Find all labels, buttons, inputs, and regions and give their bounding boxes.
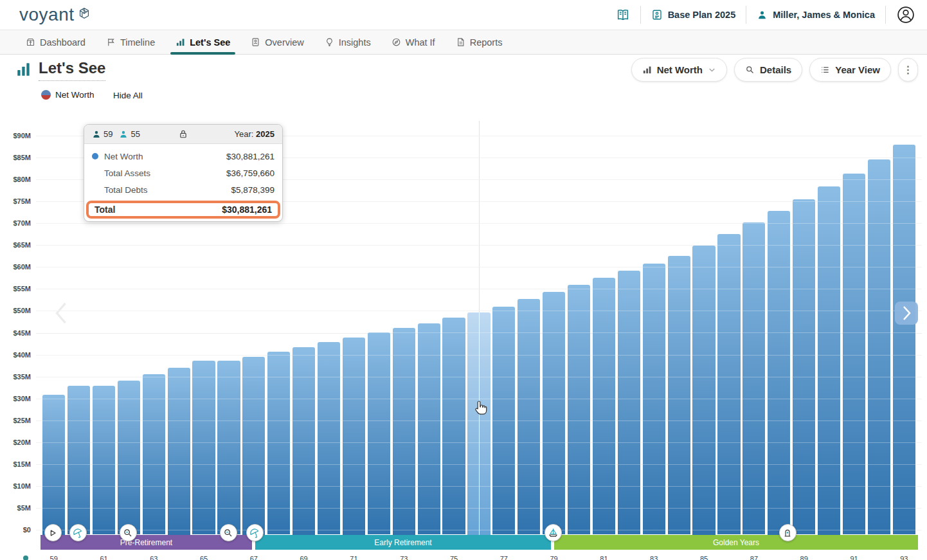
- voyant-logo[interactable]: voyant: [19, 5, 91, 25]
- x-axis-label: 91: [843, 555, 865, 560]
- x-axis-label: 67: [243, 555, 265, 560]
- net-worth-bar-age-82[interactable]: [618, 271, 640, 535]
- tab-overview[interactable]: Overview: [243, 30, 311, 54]
- tab-timeline[interactable]: Timeline: [98, 30, 163, 54]
- details-label: Details: [760, 64, 791, 75]
- x-axis-label: 71: [343, 555, 364, 560]
- net-worth-bar-age-73[interactable]: [393, 328, 415, 535]
- logo-text: voyant: [19, 5, 75, 25]
- legend-label: Net Worth: [55, 90, 94, 100]
- net-worth-bar-age-71[interactable]: [343, 338, 365, 535]
- band-label: Golden Years: [713, 538, 759, 547]
- timeline-band-golden-years[interactable]: Golden Years: [554, 535, 918, 550]
- plan-selector[interactable]: Base Plan 2025: [651, 9, 736, 21]
- x-axis-label: 83: [643, 555, 665, 560]
- year-view-button[interactable]: Year View: [809, 58, 891, 82]
- client-person-icon: [757, 10, 768, 21]
- net-worth-bar-age-62[interactable]: [118, 381, 140, 535]
- scroll-right-button[interactable]: [895, 302, 918, 325]
- net-worth-bar-age-93[interactable]: [893, 145, 915, 535]
- app-header: voyant Base Plan 2025: [0, 0, 927, 30]
- net-worth-bar-age-91[interactable]: [843, 174, 865, 534]
- sailboat-icon: [548, 527, 559, 538]
- y-axis-label: $45M: [0, 329, 31, 337]
- net-worth-bar-age-61[interactable]: [93, 386, 115, 535]
- net-worth-bar-age-86[interactable]: [717, 234, 740, 534]
- hide-all-button[interactable]: Hide All: [113, 91, 143, 100]
- net-worth-bar-age-63[interactable]: [143, 374, 165, 534]
- net-worth-bar-age-92[interactable]: [868, 159, 890, 535]
- net-worth-bar-age-68[interactable]: [267, 352, 290, 535]
- tab-label: Let's See: [190, 37, 230, 48]
- net-worth-bar-age-88[interactable]: [768, 211, 790, 535]
- scroll-left-chevron-icon[interactable]: [53, 300, 69, 329]
- timeline-band-early-retirement[interactable]: Early Retirement: [255, 535, 551, 550]
- tooltip-row-label: Total Assets: [104, 168, 150, 178]
- net-worth-bar-age-64[interactable]: [168, 368, 190, 535]
- tooltip-row-label: Net Worth: [104, 152, 143, 161]
- y-axis-label: $5M: [0, 504, 31, 512]
- person2-icon: [119, 130, 128, 139]
- tab-let-s-see[interactable]: Let's See: [168, 30, 238, 54]
- y-axis-label: $10M: [0, 482, 31, 490]
- net-worth-bar-age-80[interactable]: [568, 285, 590, 534]
- x-axis-label: 89: [793, 555, 815, 560]
- bar-chart-icon: [642, 65, 652, 75]
- net-worth-bar-age-70[interactable]: [318, 342, 340, 535]
- net-worth-bar-age-90[interactable]: [818, 186, 840, 535]
- net-worth-bar-age-59[interactable]: [42, 395, 65, 535]
- net-worth-bar-age-74[interactable]: [418, 323, 440, 534]
- tab-label: Overview: [265, 37, 303, 48]
- tab-reports[interactable]: Reports: [448, 30, 510, 54]
- timeline-marker-umbrella-icon[interactable]: [246, 524, 264, 541]
- timeline-marker-umbrella-icon[interactable]: [69, 524, 87, 541]
- y-axis-label: $35M: [0, 373, 31, 381]
- client-selector[interactable]: Miller, James & Monica: [757, 10, 875, 21]
- y-axis-label: $20M: [0, 438, 31, 446]
- net-worth-bar-age-76[interactable]: [467, 312, 490, 535]
- net-worth-bar-age-75[interactable]: [442, 318, 465, 534]
- timeline-marker-zoom-out-icon[interactable]: [120, 524, 137, 541]
- timeline-marker-zoom-out-icon[interactable]: [220, 524, 237, 541]
- more-options-button[interactable]: ⋮: [898, 58, 918, 82]
- chart-type-selector[interactable]: Net Worth: [631, 58, 727, 82]
- tab-dashboard[interactable]: Dashboard: [18, 30, 93, 54]
- net-worth-bar-age-83[interactable]: [643, 264, 665, 535]
- net-worth-bar-age-66[interactable]: [217, 361, 240, 534]
- net-worth-bar-age-60[interactable]: [68, 386, 90, 535]
- net-worth-bar-age-65[interactable]: [192, 361, 215, 534]
- umbrella-icon: [73, 528, 83, 538]
- net-worth-bar-age-79[interactable]: [543, 292, 565, 534]
- library-icon[interactable]: [616, 8, 630, 22]
- net-worth-bar-age-81[interactable]: [593, 278, 615, 535]
- timeline-marker-play-icon[interactable]: [44, 524, 62, 541]
- highlight-center-line: [479, 312, 480, 535]
- net-worth-bar-age-84[interactable]: [668, 256, 690, 534]
- timeline-marker-tombstone-icon[interactable]: [779, 524, 797, 541]
- profile-icon[interactable]: [896, 5, 915, 24]
- net-worth-bar-age-69[interactable]: [292, 347, 315, 535]
- net-worth-bar-age-72[interactable]: [368, 332, 390, 535]
- net-worth-bar-age-67[interactable]: [242, 357, 265, 535]
- x-axis-label: 65: [193, 555, 215, 560]
- series-bullet-icon: [23, 555, 28, 560]
- timeline-marker-sailboat-icon[interactable]: [544, 524, 562, 541]
- net-worth-bar-age-77[interactable]: [492, 307, 515, 535]
- legend-item-net-worth[interactable]: Net Worth: [41, 90, 94, 100]
- client-name: Miller, James & Monica: [773, 10, 875, 20]
- tooltip-row: Net Worth$30,881,261: [84, 148, 282, 165]
- header-separator: [746, 6, 746, 24]
- y-axis-label: $65M: [0, 241, 31, 249]
- net-worth-bar-age-85[interactable]: [692, 246, 715, 535]
- net-worth-bar-age-89[interactable]: [793, 199, 815, 535]
- details-button[interactable]: Details: [734, 58, 802, 82]
- net-worth-legend-dot-icon: [41, 90, 51, 100]
- tab-what-if[interactable]: What If: [384, 30, 443, 54]
- year-label: Year:: [235, 129, 254, 139]
- net-worth-bar-age-87[interactable]: [742, 222, 765, 535]
- tab-insights[interactable]: Insights: [317, 30, 379, 54]
- net-worth-bar-age-78[interactable]: [518, 299, 540, 534]
- header-separator: [640, 6, 641, 24]
- x-axis-label: 69: [293, 555, 315, 560]
- lock-icon[interactable]: [179, 129, 188, 139]
